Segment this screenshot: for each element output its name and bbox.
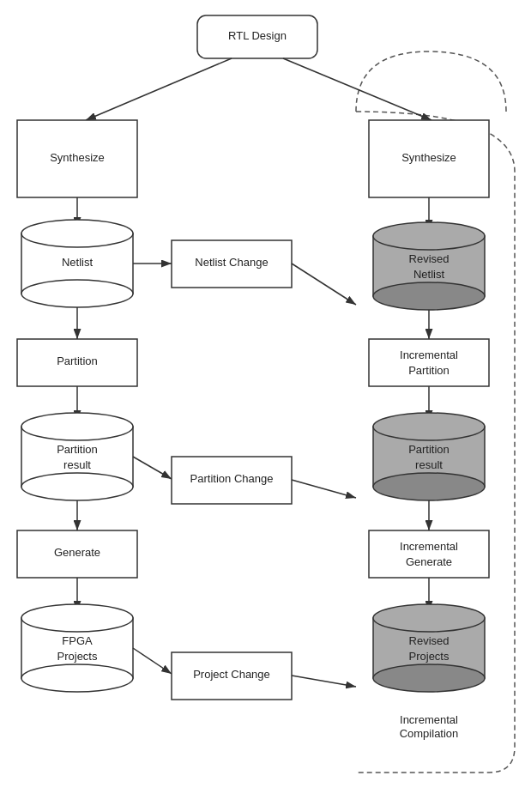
- partition-result-cylinder-bottom: [21, 473, 133, 500]
- revised-projects-label2: Projects: [409, 650, 450, 663]
- revised-projects-label: Revised: [409, 634, 450, 647]
- generate-label: Generate: [54, 546, 100, 559]
- fpga-projects-label2: Projects: [57, 650, 98, 663]
- arrow-rtl-to-synth-right: [283, 58, 431, 120]
- incremental-partition-label2: Partition: [408, 364, 450, 377]
- partition-result-right-cylinder-bottom: [373, 473, 485, 500]
- partition-result-cylinder-top: [21, 413, 133, 440]
- fpga-projects-cylinder-bottom: [21, 664, 133, 692]
- revised-netlist-label: Revised: [409, 252, 450, 265]
- netlist-change-label: Netlist Change: [195, 256, 268, 269]
- revised-projects-cylinder-bottom: [373, 664, 485, 692]
- incremental-generate-box: [369, 530, 489, 578]
- synthesize-left-label: Synthesize: [50, 151, 105, 164]
- incremental-partition-label: Incremental: [400, 348, 458, 361]
- netlist-cylinder-bottom: [21, 280, 133, 307]
- revised-netlist-cylinder-bottom: [373, 282, 485, 310]
- arrow-fpga-projectchange: [133, 648, 172, 674]
- incremental-compilation-label2: Compilation: [400, 727, 459, 740]
- dashed-top-curve: [356, 52, 506, 112]
- synthesize-right-label: Synthesize: [401, 151, 456, 164]
- partition-result-right-cylinder-top: [373, 413, 485, 440]
- incremental-generate-label: Incremental: [400, 540, 458, 553]
- netlist-cylinder-top: [21, 220, 133, 247]
- arrow-projectchange-to-right: [292, 676, 356, 687]
- incremental-partition-box: [369, 339, 489, 386]
- rtl-design-label: RTL Design: [228, 29, 287, 42]
- arrow-netlistchange-to-right: [292, 264, 356, 305]
- diagram: RTL Design Synthesize Netlist Netlist Ch…: [0, 0, 525, 812]
- revised-netlist-label2: Netlist: [413, 268, 445, 281]
- arrow-partresult-partchange: [133, 457, 172, 479]
- fpga-projects-label: FPGA: [62, 634, 93, 647]
- partition-result-label2: result: [63, 458, 91, 471]
- netlist-label: Netlist: [62, 256, 94, 269]
- partition-label: Partition: [57, 354, 98, 367]
- revised-netlist-cylinder-top: [373, 222, 485, 250]
- arrow-partchange-to-right: [292, 480, 356, 498]
- revised-projects-cylinder-top: [373, 604, 485, 632]
- arrow-rtl-to-synth-left: [86, 58, 232, 120]
- incremental-compilation-label: Incremental: [400, 713, 458, 726]
- partition-result-label: Partition: [57, 443, 98, 456]
- fpga-projects-cylinder-top: [21, 604, 133, 632]
- partition-result-right-label: Partition: [408, 443, 450, 456]
- partition-result-right-label2: result: [415, 458, 443, 471]
- incremental-generate-label2: Generate: [406, 555, 452, 568]
- partition-change-label: Partition Change: [190, 472, 274, 485]
- project-change-label: Project Change: [193, 668, 270, 681]
